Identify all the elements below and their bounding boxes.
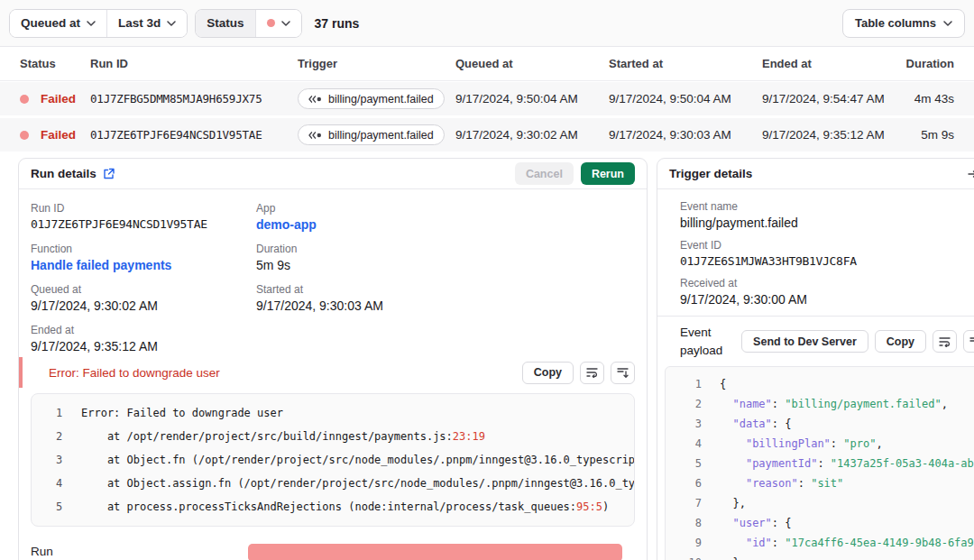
failed-status-dot-icon: [267, 19, 275, 27]
error-banner: Error: Failed to downgrade user Copy: [19, 357, 647, 388]
field-value: 01J7ZE6TPJF6E94NCSD1V95TAE: [31, 217, 256, 231]
field-value: 9/17/2024, 9:30:03 AM: [256, 298, 635, 313]
run-timeline: Run: [19, 543, 647, 560]
run-details-actions: Cancel Rerun: [515, 162, 635, 185]
ended-at-field: Ended at 9/17/2024, 9:35:12 AM: [31, 324, 256, 353]
chevron-down-icon: [943, 21, 952, 26]
field-label: App: [256, 202, 635, 215]
queued-at-filter[interactable]: Queued at: [10, 10, 106, 37]
field-value: 5m 9s: [256, 258, 635, 272]
event-icon: [308, 96, 322, 103]
event-name-field: Event name billing/payment.failed: [680, 200, 974, 230]
field-label: Event name: [680, 200, 974, 213]
column-header-ended-at: Ended at: [762, 57, 902, 70]
run-details-title: Run details: [31, 167, 115, 180]
field-label: Ended at: [31, 324, 256, 336]
column-header-trigger: Trigger: [298, 57, 455, 70]
trigger-details-title: Trigger details: [669, 167, 752, 180]
app-link[interactable]: demo-app: [256, 217, 635, 232]
run-details-panel: Run details Cancel Rerun Run ID 01J7ZE6T…: [18, 158, 648, 560]
column-header-duration: Duration: [902, 57, 954, 70]
runs-count: 37 runs: [315, 16, 360, 31]
started-at-cell: 9/17/2024, 9:50:04 AM: [609, 92, 762, 106]
queued-at-field: Queued at 9/17/2024, 9:30:02 AM: [31, 283, 256, 313]
external-link-icon[interactable]: [103, 168, 115, 179]
runs-table-header: Status Run ID Trigger Queued at Started …: [0, 47, 974, 81]
status-filter-label: Status: [207, 16, 244, 30]
queued-at-cell: 9/17/2024, 9:30:02 AM: [455, 128, 609, 142]
table-columns-label: Table columns: [855, 16, 936, 30]
expand-down-icon: [617, 367, 629, 378]
trigger-details-header: Trigger details: [657, 159, 974, 189]
field-label: Queued at: [31, 283, 256, 296]
trigger-details-actions: [962, 162, 974, 185]
expand-code-button[interactable]: [611, 362, 635, 384]
status-label: Failed: [41, 128, 76, 142]
event-payload-code[interactable]: 1{2 "name": "billing/payment.failed",3 "…: [665, 366, 974, 560]
started-at-cell: 9/17/2024, 9:30:03 AM: [609, 128, 762, 142]
table-row[interactable]: Failed 01J7ZFBG5DMM85MJA9H659JX75 billin…: [0, 82, 974, 118]
event-id-field: Event ID 01J7ZE6S1MJWA33HT9B1VJC8FA: [680, 239, 974, 268]
trigger-details-panel: Trigger details Event name billing/payme…: [657, 158, 974, 560]
error-title: Error: Failed to downgrade user: [49, 366, 220, 380]
status-cell: Failed: [20, 128, 90, 142]
copy-error-button[interactable]: Copy: [522, 362, 574, 384]
app-field: App demo-app: [256, 202, 635, 232]
run-info-grid: Run ID 01J7ZE6TPJF6E94NCSD1V95TAE App de…: [19, 189, 647, 353]
field-label: Received at: [680, 277, 974, 289]
wrap-text-button[interactable]: [933, 330, 957, 353]
status-filter-value[interactable]: [255, 10, 301, 37]
trigger-badge[interactable]: billing/payment.failed: [298, 88, 445, 109]
dock-right-button[interactable]: [962, 162, 974, 185]
trigger-badge-label: billing/payment.failed: [328, 129, 434, 142]
event-payload-actions: Send to Dev Server Copy: [741, 330, 974, 353]
table-columns-button[interactable]: Table columns: [842, 9, 965, 38]
run-timeline-bar[interactable]: [248, 544, 622, 560]
wrap-text-icon: [586, 367, 598, 378]
field-label: Run ID: [31, 202, 256, 215]
field-label: Started at: [256, 283, 635, 296]
queued-at-cell: 9/17/2024, 9:50:04 AM: [455, 92, 609, 106]
duration-field: Duration 5m 9s: [256, 243, 635, 272]
time-filter-group: Queued at Last 3d: [9, 9, 188, 38]
date-range-filter[interactable]: Last 3d: [106, 10, 187, 37]
queued-at-filter-label: Queued at: [21, 16, 80, 30]
copy-payload-button[interactable]: Copy: [875, 330, 926, 353]
table-row[interactable]: Failed 01J7ZE6TPJF6E94NCSD1V95TAE billin…: [0, 118, 974, 154]
trigger-badge-label: billing/payment.failed: [328, 93, 434, 106]
run-id-field: Run ID 01J7ZE6TPJF6E94NCSD1V95TAE: [31, 202, 256, 232]
trigger-badge[interactable]: billing/payment.failed: [298, 124, 445, 145]
trigger-cell: billing/payment.failed: [298, 88, 455, 109]
run-id-cell: 01J7ZFBG5DMM85MJA9H659JX75: [90, 92, 298, 106]
run-details-title-text: Run details: [31, 167, 96, 180]
date-range-filter-label: Last 3d: [118, 16, 161, 30]
timeline-run-label: Run: [31, 545, 53, 558]
column-header-started-at: Started at: [609, 57, 762, 70]
wrap-text-button[interactable]: [580, 362, 604, 384]
cancel-button[interactable]: Cancel: [515, 162, 574, 185]
received-at-field: Received at 9/17/2024, 9:30:00 AM: [680, 277, 974, 307]
filter-bar: Queued at Last 3d Status 37 runs Table c…: [0, 0, 974, 47]
status-cell: Failed: [20, 92, 90, 106]
trigger-cell: billing/payment.failed: [298, 124, 455, 145]
column-header-run-id: Run ID: [90, 57, 298, 70]
duration-cell: 5m 9s: [902, 128, 954, 142]
expand-code-button[interactable]: [963, 330, 974, 353]
function-field: Function Handle failed payments: [31, 243, 256, 272]
failed-status-dot-icon: [20, 95, 29, 104]
field-label: Duration: [256, 243, 635, 255]
stack-trace-code[interactable]: 1Error: Failed to downgrade user2 at /op…: [31, 393, 635, 527]
chevron-down-icon: [167, 21, 176, 26]
run-details-header: Run details Cancel Rerun: [19, 159, 647, 189]
expand-down-icon: [969, 336, 974, 347]
send-to-dev-server-button[interactable]: Send to Dev Server: [741, 330, 868, 353]
field-value: 9/17/2024, 9:30:02 AM: [31, 298, 256, 313]
rerun-button[interactable]: Rerun: [581, 162, 635, 185]
column-header-queued-at: Queued at: [455, 57, 609, 70]
function-link[interactable]: Handle failed payments: [31, 258, 256, 272]
event-icon: [308, 132, 322, 139]
status-filter-group: Status: [195, 9, 301, 38]
duration-cell: 4m 43s: [902, 92, 954, 106]
status-filter-label-segment[interactable]: Status: [196, 10, 254, 37]
column-header-status: Status: [20, 57, 90, 70]
